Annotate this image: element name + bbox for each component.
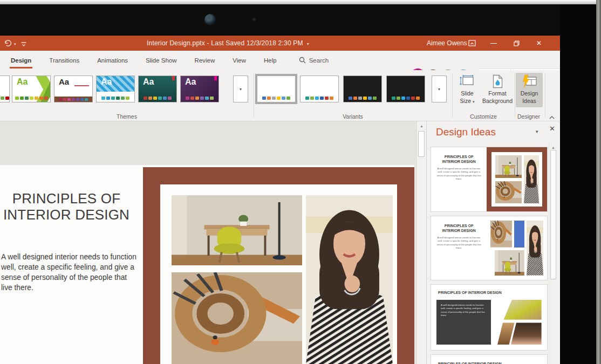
panel-title: Design Ideas bbox=[436, 126, 496, 138]
panel-dropdown-caret[interactable]: ▾ bbox=[536, 129, 538, 134]
user-name[interactable]: Aimee Owens bbox=[427, 36, 467, 51]
search-icon bbox=[299, 57, 306, 65]
theme-thumbnail[interactable]: Aa bbox=[54, 75, 93, 102]
format-background-icon bbox=[481, 74, 514, 88]
tab-animations[interactable]: Animations bbox=[96, 51, 129, 70]
pin-icon bbox=[214, 76, 217, 80]
scroll-up-icon[interactable]: ▲ bbox=[549, 143, 557, 149]
tab-review[interactable]: Review bbox=[194, 51, 216, 70]
scrollbar-thumb[interactable] bbox=[550, 150, 556, 279]
pin-icon bbox=[172, 76, 175, 80]
variant-thumbnail[interactable] bbox=[386, 75, 425, 102]
undo-icon[interactable] bbox=[4, 39, 12, 49]
device-top-edge bbox=[0, 0, 601, 4]
photo-desk-chair[interactable] bbox=[172, 195, 302, 265]
close-button[interactable]: ✕ bbox=[530, 36, 548, 51]
variant-thumbnail[interactable] bbox=[257, 75, 296, 102]
title-dropdown-caret: ▾ bbox=[307, 42, 309, 46]
theme-thumbnail-partial[interactable] bbox=[0, 75, 10, 102]
theme-thumbnail[interactable]: Aa bbox=[96, 75, 135, 102]
tab-view[interactable]: View bbox=[231, 51, 247, 70]
photo-staircase[interactable] bbox=[172, 272, 302, 364]
slide-editor: PRINCIPLES OF INTERIOR DESIGN A well des… bbox=[0, 121, 426, 364]
group-label-variants: Variants bbox=[254, 113, 452, 120]
design-ideas-button[interactable]: Design Ideas bbox=[516, 73, 543, 107]
powerpoint-window: ▾ Interior Design.pptx - Last Saved 12/3… bbox=[0, 36, 560, 364]
editor-scrollbar[interactable]: ▲ bbox=[416, 121, 426, 364]
theme-thumbnail[interactable]: Aa bbox=[138, 75, 177, 102]
group-label-themes: Themes bbox=[0, 113, 254, 120]
theme-thumbnail[interactable]: Aa bbox=[180, 75, 219, 102]
collapse-ribbon-icon[interactable] bbox=[549, 112, 555, 122]
device-right-edge bbox=[596, 0, 601, 364]
collage-mat bbox=[160, 184, 397, 364]
tab-slide-show[interactable]: Slide Show bbox=[145, 51, 178, 70]
ribbon-content: Aa Aa Aa Aa Aa ▾ bbox=[0, 70, 560, 121]
variants-gallery-dropdown[interactable]: ▾ bbox=[432, 75, 447, 102]
design-ideas-panel: Design Ideas ▾ ✕ PRINCIPLES OF INTERIOR … bbox=[426, 121, 560, 364]
title-bar: ▾ Interior Design.pptx - Last Saved 12/3… bbox=[0, 36, 560, 51]
design-ideas-icon bbox=[516, 74, 543, 88]
design-idea-card[interactable]: PRINCIPLES OF INTERIOR DESIGN A well des… bbox=[431, 216, 548, 280]
format-background-button[interactable]: Format Background bbox=[481, 74, 514, 105]
variant-thumbnail[interactable] bbox=[343, 75, 382, 102]
blue-tile bbox=[514, 221, 524, 248]
device-screenshot: ▾ Interior Design.pptx - Last Saved 12/3… bbox=[0, 0, 601, 364]
themes-gallery-dropdown[interactable]: ▾ bbox=[233, 75, 248, 102]
undo-dropdown-caret[interactable]: ▾ bbox=[14, 42, 16, 46]
group-label-customize: Customize bbox=[452, 113, 515, 120]
slide-body-text[interactable]: A well designed interior needs to functi… bbox=[1, 252, 139, 293]
device-bezel-right bbox=[560, 4, 596, 364]
device-bezel-top bbox=[0, 4, 601, 36]
card-collage bbox=[492, 300, 542, 345]
slide-title[interactable]: PRINCIPLES OF INTERIOR DESIGN bbox=[0, 190, 133, 223]
tab-transitions[interactable]: Transitions bbox=[48, 51, 80, 70]
variant-thumbnail[interactable] bbox=[300, 75, 339, 102]
photo-collage-frame[interactable] bbox=[143, 167, 414, 364]
slide-size-button[interactable]: Slide Size ▾ bbox=[454, 74, 480, 105]
minimize-button[interactable]: — bbox=[484, 36, 503, 51]
scrollbar-thumb[interactable] bbox=[418, 131, 425, 157]
ribbon-tab-row: Design Transitions Animations Slide Show… bbox=[0, 51, 560, 70]
design-idea-card[interactable]: PRINCIPLES OF INTERIOR DESIGN A well des… bbox=[431, 147, 548, 212]
quick-access-toolbar: ▾ bbox=[4, 39, 27, 49]
tab-design[interactable]: Design bbox=[10, 51, 32, 70]
front-camera bbox=[204, 14, 216, 25]
search-label: Search bbox=[309, 57, 329, 64]
document-title[interactable]: Interior Design.pptx - Last Saved 12/3/2… bbox=[147, 36, 309, 51]
ribbon-tabs: Design Transitions Animations Slide Show… bbox=[10, 51, 330, 70]
theme-thumbnail[interactable]: Aa bbox=[12, 75, 51, 102]
customize-qat-icon[interactable] bbox=[21, 39, 27, 49]
photo-woman-portrait[interactable] bbox=[306, 195, 393, 364]
slide-size-icon bbox=[454, 74, 480, 88]
panel-close-icon[interactable]: ✕ bbox=[549, 125, 555, 133]
search-box[interactable]: Search bbox=[298, 51, 330, 70]
scroll-up-icon[interactable]: ▲ bbox=[417, 121, 426, 128]
design-idea-card[interactable]: PRINCIPLES OF INTERIOR DESIGN A well des… bbox=[431, 284, 548, 351]
panel-scrollbar[interactable]: ▲ bbox=[549, 143, 557, 364]
design-idea-card[interactable]: PRINCIPLES OF INTERIOR DESIGN bbox=[431, 354, 548, 364]
card-collage bbox=[487, 147, 547, 211]
group-label-designer: Designer bbox=[513, 113, 545, 120]
camera-sensor-dot bbox=[252, 18, 256, 22]
tab-help[interactable]: Help bbox=[263, 51, 278, 70]
ribbon-display-options-icon[interactable] bbox=[463, 36, 481, 51]
slide-canvas[interactable]: PRINCIPLES OF INTERIOR DESIGN A well des… bbox=[0, 165, 414, 364]
card-collage bbox=[487, 216, 547, 280]
restore-button[interactable] bbox=[507, 36, 525, 51]
